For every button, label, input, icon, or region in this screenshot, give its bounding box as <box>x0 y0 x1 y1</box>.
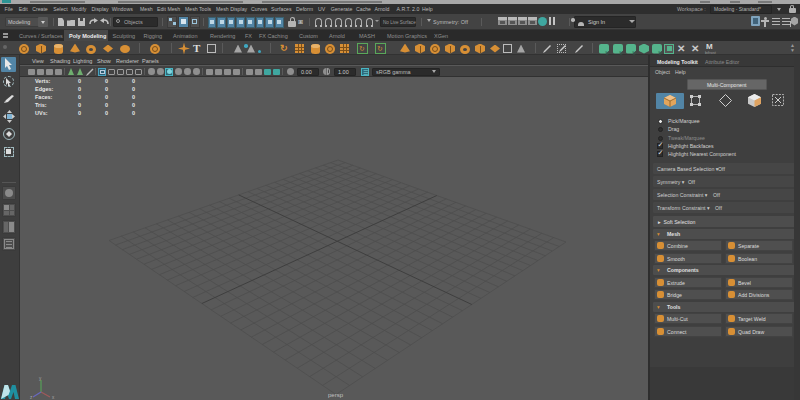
svg-text:z: z <box>30 395 33 400</box>
svg-text:x: x <box>52 395 55 400</box>
